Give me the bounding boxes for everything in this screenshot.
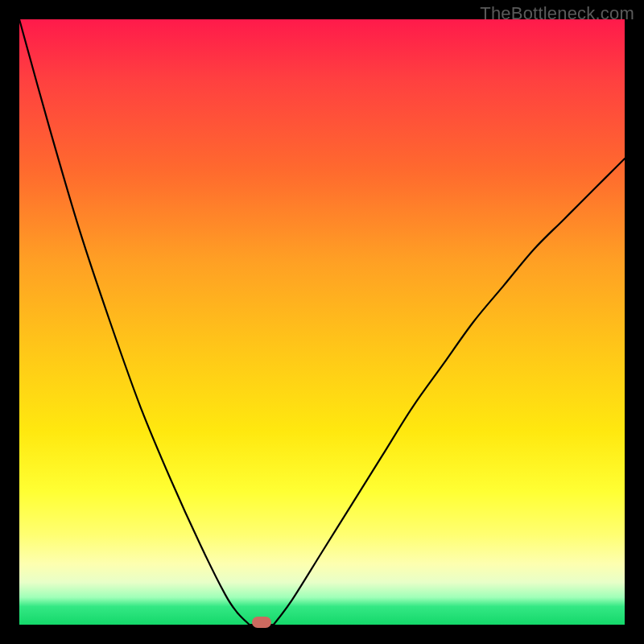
curve-layer [19,19,625,625]
watermark-text: TheBottleneck.com [480,3,634,24]
curve-right-branch [274,159,625,625]
chart-frame: TheBottleneck.com [0,0,644,644]
optimum-marker [252,617,271,628]
curve-left-branch [19,19,250,625]
